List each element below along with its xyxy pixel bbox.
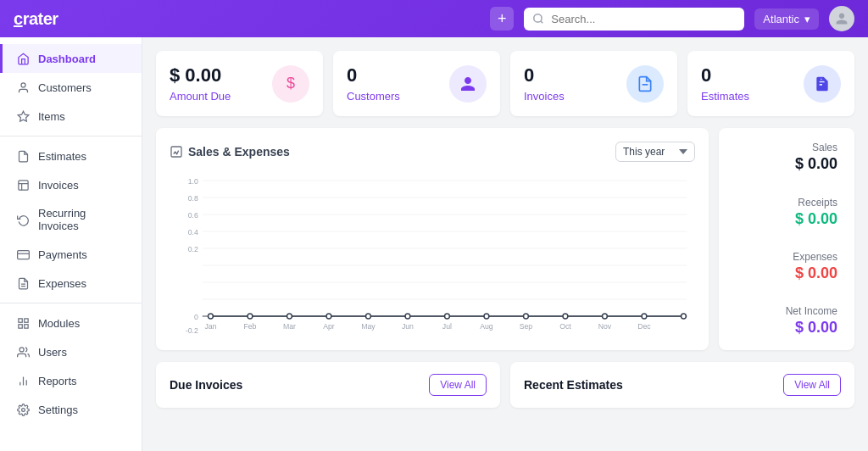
- stat-card-invoices: 0 Invoices: [510, 51, 677, 116]
- reports-icon: [16, 374, 30, 387]
- customers-value: 0: [347, 64, 400, 86]
- search-input[interactable]: [524, 8, 744, 31]
- chevron-down-icon: ▾: [804, 13, 810, 25]
- due-invoices-card: Due Invoices View All: [156, 362, 500, 408]
- svg-text:Mar: Mar: [283, 322, 296, 331]
- chart-period-select[interactable]: This year Last year This month: [615, 142, 695, 162]
- svg-rect-20: [171, 147, 181, 157]
- svg-text:Nov: Nov: [598, 322, 612, 331]
- sidebar-item-recurring-invoices[interactable]: Recurring Invoices: [0, 199, 142, 240]
- svg-point-14: [19, 347, 24, 351]
- workspace-selector[interactable]: Atlantic ▾: [754, 8, 819, 30]
- stats-expenses: Expenses $ 0.00: [736, 251, 837, 282]
- sidebar-item-items[interactable]: Items: [0, 102, 142, 131]
- sidebar-item-label: Expenses: [38, 277, 86, 290]
- payments-icon: [16, 248, 30, 261]
- sidebar-item-label: Estimates: [38, 150, 86, 163]
- svg-text:Sep: Sep: [520, 322, 533, 331]
- settings-icon: [16, 403, 30, 416]
- stat-card-amount-due: $ 0.00 Amount Due $: [156, 51, 323, 116]
- estimates-value: 0: [701, 64, 749, 86]
- sidebar-divider: [0, 136, 142, 136]
- svg-text:-0.2: -0.2: [186, 326, 198, 333]
- svg-point-43: [445, 314, 450, 319]
- svg-marker-2: [18, 111, 29, 121]
- sidebar-item-label: Dashboard: [38, 53, 96, 65]
- sidebar-item-estimates[interactable]: Estimates: [0, 142, 142, 170]
- due-invoices-view-all-button[interactable]: View All: [429, 374, 487, 396]
- svg-point-42: [405, 314, 410, 319]
- chart-title: Sales & Expenses: [170, 145, 290, 159]
- stat-cards-row: $ 0.00 Amount Due $ 0 Customers 0 Invoic…: [156, 51, 854, 116]
- app-logo: crater: [14, 9, 480, 29]
- due-invoices-title: Due Invoices: [170, 378, 242, 392]
- amount-due-label: Amount Due: [170, 90, 231, 103]
- svg-text:Apr: Apr: [323, 322, 335, 331]
- net-income-label: Net Income: [736, 305, 837, 317]
- svg-text:0: 0: [194, 313, 198, 321]
- sidebar-item-label: Payments: [38, 248, 87, 261]
- invoices-label: Invoices: [524, 90, 565, 103]
- sidebar: Dashboard Customers Items Estimates Inv: [0, 37, 142, 451]
- sidebar-item-label: Users: [38, 346, 67, 359]
- svg-text:Feb: Feb: [243, 322, 256, 331]
- svg-rect-3: [18, 180, 27, 189]
- sidebar-item-invoices[interactable]: Invoices: [0, 170, 142, 199]
- chart-section: Sales & Expenses This year Last year Thi…: [156, 128, 854, 350]
- stats-sales: Sales $ 0.00: [736, 142, 837, 173]
- estimates-icon: [804, 65, 841, 103]
- svg-rect-12: [18, 324, 21, 327]
- chart-header: Sales & Expenses This year Last year Thi…: [170, 142, 695, 162]
- expenses-label: Expenses: [736, 251, 837, 263]
- receipts-value: $ 0.00: [736, 210, 837, 228]
- sidebar-item-customers[interactable]: Customers: [0, 73, 142, 102]
- sidebar-item-label: Invoices: [38, 179, 79, 192]
- svg-point-48: [642, 314, 647, 319]
- sidebar-item-label: Settings: [38, 404, 78, 416]
- svg-text:Jul: Jul: [442, 322, 452, 331]
- sidebar-item-expenses[interactable]: Expenses: [0, 269, 142, 298]
- customers-icon: [449, 65, 487, 103]
- svg-rect-6: [17, 250, 29, 259]
- stats-receipts: Receipts $ 0.00: [736, 197, 837, 228]
- app-header: crater + Atlantic ▾: [0, 0, 868, 37]
- svg-point-39: [287, 314, 292, 319]
- sidebar-item-label: Items: [38, 110, 65, 123]
- recent-estimates-card: Recent Estimates View All: [510, 362, 854, 408]
- sidebar-item-settings[interactable]: Settings: [0, 395, 142, 424]
- sidebar-item-users[interactable]: Users: [0, 337, 142, 366]
- svg-point-37: [209, 314, 214, 319]
- stats-net-income: Net Income $ 0.00: [736, 305, 837, 337]
- sidebar-item-label: Modules: [38, 317, 80, 330]
- bottom-section: Due Invoices View All Recent Estimates V…: [156, 362, 854, 408]
- stats-panel: Sales $ 0.00 Receipts $ 0.00 Expenses $ …: [719, 128, 854, 350]
- avatar[interactable]: [829, 6, 854, 31]
- svg-text:May: May: [361, 322, 376, 331]
- recent-estimates-title: Recent Estimates: [524, 378, 623, 392]
- sidebar-item-reports[interactable]: Reports: [0, 366, 142, 395]
- estimates-label: Estimates: [701, 90, 749, 103]
- sales-label: Sales: [736, 142, 837, 153]
- home-icon: [16, 52, 30, 65]
- sidebar-item-label: Reports: [38, 375, 77, 387]
- sidebar-item-dashboard[interactable]: Dashboard: [0, 44, 142, 73]
- new-item-button[interactable]: +: [490, 7, 514, 31]
- sidebar-item-modules[interactable]: Modules: [0, 309, 142, 337]
- svg-point-1: [21, 82, 25, 86]
- sidebar-divider-2: [0, 303, 142, 303]
- sidebar-item-label: Customers: [38, 81, 92, 94]
- stat-card-estimates: 0 Estimates: [687, 51, 854, 116]
- search-wrapper: [524, 8, 744, 31]
- sidebar-item-payments[interactable]: Payments: [0, 240, 142, 269]
- svg-rect-11: [24, 318, 27, 321]
- svg-point-38: [248, 314, 253, 319]
- recent-estimates-view-all-button[interactable]: View All: [783, 374, 841, 396]
- svg-text:Aug: Aug: [480, 322, 493, 331]
- amount-due-value: $ 0.00: [170, 64, 231, 86]
- svg-point-45: [524, 314, 529, 319]
- invoices-value: 0: [524, 64, 565, 86]
- svg-text:Jun: Jun: [402, 322, 414, 331]
- svg-text:Dec: Dec: [637, 322, 651, 331]
- svg-point-49: [682, 314, 687, 319]
- svg-rect-10: [18, 318, 21, 321]
